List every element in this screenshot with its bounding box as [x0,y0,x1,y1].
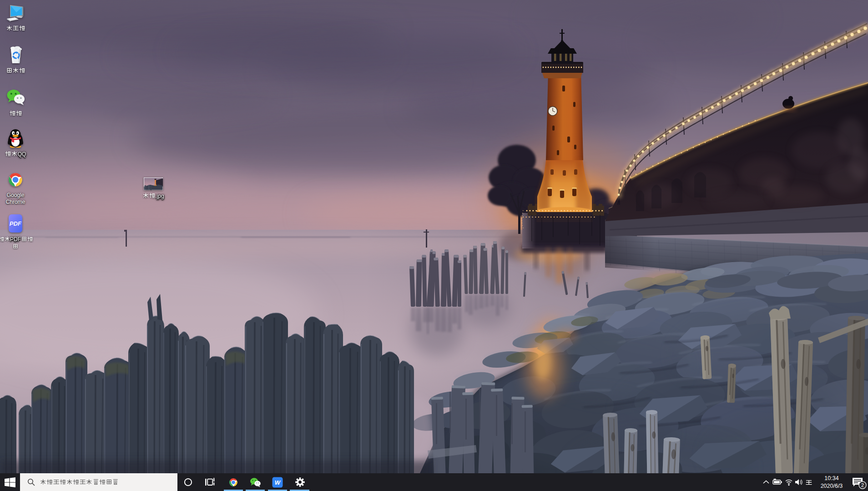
svg-text:PDF: PDF [10,220,22,227]
svg-text:W: W [275,479,281,486]
svg-text:2: 2 [861,482,864,488]
